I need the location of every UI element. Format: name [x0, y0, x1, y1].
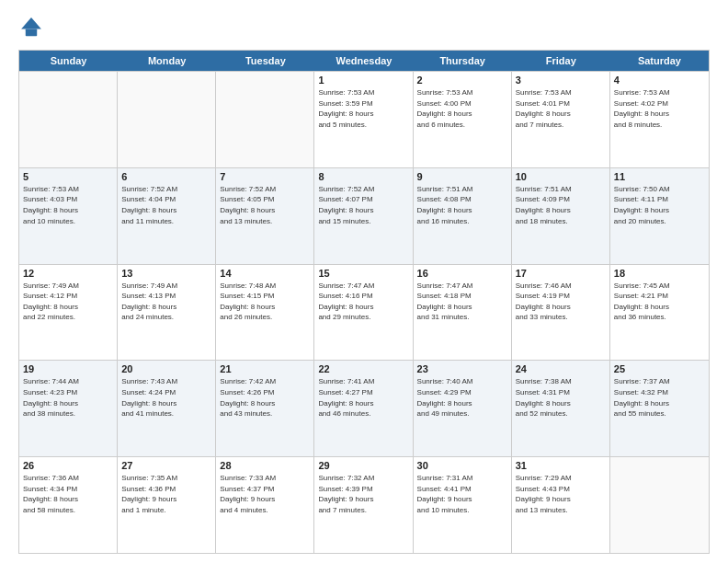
calendar-day-16: 16Sunrise: 7:47 AM Sunset: 4:18 PM Dayli… [414, 265, 512, 361]
calendar-week-3: 12Sunrise: 7:49 AM Sunset: 4:12 PM Dayli… [19, 264, 709, 361]
calendar-day-25: 25Sunrise: 7:37 AM Sunset: 4:32 PM Dayli… [610, 361, 709, 456]
day-number: 3 [516, 75, 606, 86]
day-number: 27 [121, 460, 211, 471]
day-info: Sunrise: 7:31 AM Sunset: 4:41 PM Dayligh… [417, 473, 507, 515]
day-info: Sunrise: 7:47 AM Sunset: 4:16 PM Dayligh… [318, 281, 408, 323]
day-info: Sunrise: 7:50 AM Sunset: 4:11 PM Dayligh… [614, 184, 705, 226]
calendar-empty-cell [118, 72, 216, 167]
calendar-day-28: 28Sunrise: 7:33 AM Sunset: 4:37 PM Dayli… [216, 457, 314, 553]
day-number: 21 [220, 363, 310, 374]
calendar-header-friday: Friday [512, 51, 610, 71]
day-number: 4 [614, 75, 705, 86]
calendar-empty-cell [610, 457, 709, 553]
logo [18, 15, 48, 40]
day-info: Sunrise: 7:29 AM Sunset: 4:43 PM Dayligh… [516, 473, 606, 515]
calendar-header: SundayMondayTuesdayWednesdayThursdayFrid… [19, 51, 709, 71]
logo-icon [18, 15, 44, 40]
calendar-day-12: 12Sunrise: 7:49 AM Sunset: 4:12 PM Dayli… [19, 265, 118, 361]
calendar-day-24: 24Sunrise: 7:38 AM Sunset: 4:31 PM Dayli… [512, 361, 610, 456]
day-number: 30 [417, 460, 507, 471]
day-number: 2 [417, 75, 507, 86]
calendar-day-29: 29Sunrise: 7:32 AM Sunset: 4:39 PM Dayli… [314, 457, 413, 553]
calendar-day-13: 13Sunrise: 7:49 AM Sunset: 4:13 PM Dayli… [118, 265, 216, 361]
calendar-day-26: 26Sunrise: 7:36 AM Sunset: 4:34 PM Dayli… [19, 457, 118, 553]
header [18, 15, 710, 40]
calendar-day-15: 15Sunrise: 7:47 AM Sunset: 4:16 PM Dayli… [314, 265, 413, 361]
day-number: 15 [318, 268, 408, 279]
calendar-day-18: 18Sunrise: 7:45 AM Sunset: 4:21 PM Dayli… [610, 265, 709, 361]
day-info: Sunrise: 7:37 AM Sunset: 4:32 PM Dayligh… [614, 376, 705, 419]
calendar-day-2: 2Sunrise: 7:53 AM Sunset: 4:00 PM Daylig… [414, 72, 512, 167]
day-info: Sunrise: 7:52 AM Sunset: 4:04 PM Dayligh… [121, 184, 211, 226]
calendar-day-1: 1Sunrise: 7:53 AM Sunset: 3:59 PM Daylig… [314, 72, 413, 167]
day-info: Sunrise: 7:52 AM Sunset: 4:07 PM Dayligh… [318, 184, 408, 226]
day-number: 7 [220, 171, 310, 182]
day-info: Sunrise: 7:49 AM Sunset: 4:13 PM Dayligh… [121, 281, 211, 323]
day-info: Sunrise: 7:43 AM Sunset: 4:24 PM Dayligh… [121, 376, 211, 419]
day-number: 18 [614, 268, 705, 279]
day-number: 28 [220, 460, 310, 471]
day-info: Sunrise: 7:46 AM Sunset: 4:19 PM Dayligh… [516, 281, 606, 323]
calendar-day-3: 3Sunrise: 7:53 AM Sunset: 4:01 PM Daylig… [512, 72, 610, 167]
svg-rect-1 [26, 29, 37, 37]
day-info: Sunrise: 7:51 AM Sunset: 4:09 PM Dayligh… [516, 184, 606, 226]
day-info: Sunrise: 7:52 AM Sunset: 4:05 PM Dayligh… [220, 184, 310, 226]
day-number: 9 [417, 171, 507, 182]
day-number: 13 [121, 268, 211, 279]
day-info: Sunrise: 7:47 AM Sunset: 4:18 PM Dayligh… [417, 281, 507, 323]
day-number: 22 [318, 363, 408, 374]
calendar-day-11: 11Sunrise: 7:50 AM Sunset: 4:11 PM Dayli… [610, 168, 709, 264]
calendar-day-7: 7Sunrise: 7:52 AM Sunset: 4:05 PM Daylig… [216, 168, 314, 264]
day-number: 6 [121, 171, 211, 182]
calendar-header-wednesday: Wednesday [314, 51, 413, 71]
day-number: 20 [121, 363, 211, 374]
day-info: Sunrise: 7:44 AM Sunset: 4:23 PM Dayligh… [23, 376, 113, 419]
calendar-day-8: 8Sunrise: 7:52 AM Sunset: 4:07 PM Daylig… [314, 168, 413, 264]
day-info: Sunrise: 7:53 AM Sunset: 4:03 PM Dayligh… [23, 184, 113, 226]
calendar-header-saturday: Saturday [610, 51, 709, 71]
calendar-body: 1Sunrise: 7:53 AM Sunset: 3:59 PM Daylig… [19, 71, 709, 553]
day-info: Sunrise: 7:51 AM Sunset: 4:08 PM Dayligh… [417, 184, 507, 226]
calendar-day-9: 9Sunrise: 7:51 AM Sunset: 4:08 PM Daylig… [414, 168, 512, 264]
day-info: Sunrise: 7:53 AM Sunset: 4:01 PM Dayligh… [516, 87, 606, 130]
calendar-day-31: 31Sunrise: 7:29 AM Sunset: 4:43 PM Dayli… [512, 457, 610, 553]
calendar-day-20: 20Sunrise: 7:43 AM Sunset: 4:24 PM Dayli… [118, 361, 216, 456]
day-info: Sunrise: 7:42 AM Sunset: 4:26 PM Dayligh… [220, 376, 310, 419]
calendar-empty-cell [216, 72, 314, 167]
day-number: 5 [23, 171, 113, 182]
calendar-day-30: 30Sunrise: 7:31 AM Sunset: 4:41 PM Dayli… [414, 457, 512, 553]
calendar-header-tuesday: Tuesday [216, 51, 314, 71]
calendar-day-17: 17Sunrise: 7:46 AM Sunset: 4:19 PM Dayli… [512, 265, 610, 361]
calendar-day-5: 5Sunrise: 7:53 AM Sunset: 4:03 PM Daylig… [19, 168, 118, 264]
calendar-week-4: 19Sunrise: 7:44 AM Sunset: 4:23 PM Dayli… [19, 360, 709, 456]
day-info: Sunrise: 7:53 AM Sunset: 4:00 PM Dayligh… [417, 87, 507, 130]
day-number: 11 [614, 171, 705, 182]
day-number: 17 [516, 268, 606, 279]
calendar-day-10: 10Sunrise: 7:51 AM Sunset: 4:09 PM Dayli… [512, 168, 610, 264]
calendar-header-thursday: Thursday [414, 51, 512, 71]
day-info: Sunrise: 7:49 AM Sunset: 4:12 PM Dayligh… [23, 281, 113, 323]
day-number: 31 [516, 460, 606, 471]
day-info: Sunrise: 7:38 AM Sunset: 4:31 PM Dayligh… [516, 376, 606, 419]
day-number: 14 [220, 268, 310, 279]
day-info: Sunrise: 7:33 AM Sunset: 4:37 PM Dayligh… [220, 473, 310, 515]
calendar-week-2: 5Sunrise: 7:53 AM Sunset: 4:03 PM Daylig… [19, 167, 709, 264]
day-info: Sunrise: 7:40 AM Sunset: 4:29 PM Dayligh… [417, 376, 507, 419]
day-number: 1 [318, 75, 408, 86]
calendar-day-19: 19Sunrise: 7:44 AM Sunset: 4:23 PM Dayli… [19, 361, 118, 456]
day-number: 19 [23, 363, 113, 374]
calendar-day-21: 21Sunrise: 7:42 AM Sunset: 4:26 PM Dayli… [216, 361, 314, 456]
calendar-week-5: 26Sunrise: 7:36 AM Sunset: 4:34 PM Dayli… [19, 456, 709, 553]
day-info: Sunrise: 7:35 AM Sunset: 4:36 PM Dayligh… [121, 473, 211, 515]
day-number: 25 [614, 363, 705, 374]
calendar-day-27: 27Sunrise: 7:35 AM Sunset: 4:36 PM Dayli… [118, 457, 216, 553]
day-info: Sunrise: 7:41 AM Sunset: 4:27 PM Dayligh… [318, 376, 408, 419]
svg-marker-0 [21, 17, 41, 29]
day-number: 29 [318, 460, 408, 471]
day-number: 10 [516, 171, 606, 182]
calendar-header-monday: Monday [118, 51, 216, 71]
page: SundayMondayTuesdayWednesdayThursdayFrid… [0, 0, 728, 563]
day-info: Sunrise: 7:32 AM Sunset: 4:39 PM Dayligh… [318, 473, 408, 515]
day-info: Sunrise: 7:48 AM Sunset: 4:15 PM Dayligh… [220, 281, 310, 323]
calendar-day-22: 22Sunrise: 7:41 AM Sunset: 4:27 PM Dayli… [314, 361, 413, 456]
